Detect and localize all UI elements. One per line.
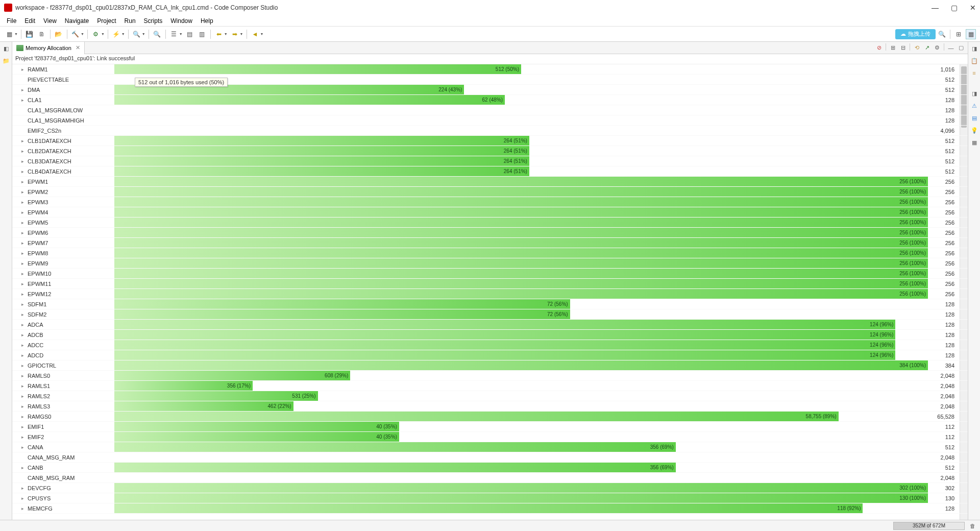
dropdown-icon[interactable]: ▼ — [81, 32, 84, 36]
menu-run[interactable]: Run — [121, 16, 139, 26]
memory-region-row[interactable]: ▸EPWM12256 (100%)256 — [12, 289, 968, 299]
expand-icon[interactable]: ▸ — [21, 496, 24, 501]
expand-icon[interactable]: ▸ — [21, 98, 24, 103]
memory-region-row[interactable]: ▸CLA162 (48%)128 — [12, 95, 968, 105]
project-explorer-shortcut-icon[interactable]: 📁 — [2, 56, 11, 65]
restore-view-icon[interactable]: ◨ — [970, 89, 979, 98]
toggle-block-button[interactable]: ▤ — [185, 29, 195, 39]
memory-region-row[interactable]: ▸EPWM6256 (100%)256 — [12, 228, 968, 238]
flash-button[interactable]: ⚡ — [111, 29, 121, 39]
dropdown-icon[interactable]: ▼ — [142, 32, 145, 36]
memory-region-row[interactable]: ▸ADCA124 (96%)128 — [12, 320, 968, 330]
expand-icon[interactable]: ▸ — [21, 179, 24, 184]
memory-region-row[interactable]: ▸EPWM8256 (100%)256 — [12, 248, 968, 258]
export-icon[interactable]: ↗ — [922, 43, 932, 53]
expand-icon[interactable]: ▸ — [21, 424, 24, 429]
debug-button[interactable]: ⚙ — [91, 29, 101, 39]
memory-region-row[interactable]: ▸CANA356 (69%)512 — [12, 442, 968, 452]
memory-region-row[interactable]: ▸RAMLS0608 (29%)2,048 — [12, 371, 968, 381]
expand-icon[interactable]: ▸ — [21, 230, 24, 235]
memory-region-row[interactable]: ▸ADCD124 (96%)128 — [12, 350, 968, 360]
save-button[interactable]: 💾 — [24, 29, 35, 39]
expand-icon[interactable]: ▸ — [21, 240, 24, 246]
memory-region-row[interactable]: ▸EMIF240 (35%)112 — [12, 432, 968, 442]
menu-file[interactable]: File — [3, 16, 20, 26]
dropdown-icon[interactable]: ▼ — [101, 32, 105, 36]
memory-region-row[interactable]: ▸EPWM4256 (100%)256 — [12, 207, 968, 218]
expand-icon[interactable]: ▸ — [21, 322, 24, 327]
memory-region-row[interactable]: ▸CLB1DATAEXCH264 (51%)512 — [12, 136, 968, 146]
collapse-all-icon[interactable]: ⊟ — [898, 43, 908, 53]
ccs-perspective-button[interactable]: ▦ — [966, 29, 976, 39]
memory-region-row[interactable]: ▸ADCC124 (96%)128 — [12, 340, 968, 350]
expand-icon[interactable]: ▸ — [21, 87, 24, 92]
expand-icon[interactable]: ▸ — [21, 292, 24, 297]
memory-region-row[interactable]: ▸RAMLS1356 (17%)2,048 — [12, 381, 968, 391]
close-tab-icon[interactable]: ✕ — [76, 44, 80, 51]
expand-icon[interactable]: ▸ — [21, 394, 24, 399]
menu-project[interactable]: Project — [93, 16, 119, 26]
memory-region-row[interactable]: CLA1_MSGRAMHIGH128 — [12, 115, 968, 126]
toggle-comment-button[interactable]: ☰ — [169, 29, 179, 39]
shortcut-icon[interactable]: ≡ — [970, 68, 979, 78]
maximize-button[interactable]: ▢ — [951, 4, 958, 12]
close-button[interactable]: ✕ — [970, 4, 976, 12]
tab-memory-allocation[interactable]: Memory Allocation ✕ — [12, 42, 85, 54]
memory-region-row[interactable]: ▸MEMCFG118 (92%)128 — [12, 503, 968, 514]
memory-region-row[interactable]: ▸CPUSYS130 (100%)130 — [12, 493, 968, 503]
expand-icon[interactable]: ▸ — [21, 261, 24, 266]
expand-icon[interactable]: ▸ — [21, 189, 24, 195]
expand-icon[interactable]: ▸ — [21, 506, 24, 511]
restore-view-icon[interactable]: ◧ — [2, 44, 11, 53]
expand-icon[interactable]: ▸ — [21, 373, 24, 378]
memory-region-row[interactable]: ▸RAMLS3462 (22%)2,048 — [12, 401, 968, 412]
save-all-button[interactable]: 🗎 — [37, 29, 47, 39]
console-shortcut-icon[interactable]: ▤ — [970, 113, 979, 123]
settings-icon[interactable]: ⚙ — [933, 43, 942, 53]
memory-region-row[interactable]: CANB_MSG_RAM2,048 — [12, 473, 968, 483]
memory-region-row[interactable]: ▸RAMGS058,755 (89%)65,528 — [12, 412, 968, 422]
expand-icon[interactable]: ▸ — [21, 220, 24, 225]
expand-icon[interactable]: ▸ — [21, 353, 24, 358]
restore-view-icon[interactable]: ◨ — [970, 44, 979, 53]
memory-region-row[interactable]: CLA1_MSGRAMLOW128 — [12, 105, 968, 115]
expand-icon[interactable]: ▸ — [21, 200, 24, 205]
expand-icon[interactable]: ▸ — [21, 67, 24, 72]
dropdown-icon[interactable]: ▼ — [260, 32, 264, 36]
find-button[interactable]: 🔍 — [152, 29, 162, 39]
gc-trash-icon[interactable]: 🗑 — [969, 522, 976, 529]
memory-region-row[interactable]: ▸EPWM10256 (100%)256 — [12, 269, 968, 279]
expand-icon[interactable]: ▸ — [21, 332, 24, 337]
shortcut-icon[interactable]: ▦ — [970, 138, 979, 147]
toggle-mark-button[interactable]: ▥ — [197, 29, 207, 39]
memory-region-row[interactable]: CANA_MSG_RAM2,048 — [12, 452, 968, 463]
expand-icon[interactable]: ▸ — [21, 343, 24, 348]
link-editor-icon[interactable]: ⊘ — [874, 43, 884, 53]
memory-region-row[interactable]: ▸RAMM1512 (50%)1,016 — [12, 64, 968, 75]
minimize-view-icon[interactable]: — — [946, 43, 955, 53]
dropdown-icon[interactable]: ▼ — [240, 32, 243, 36]
memory-region-row[interactable]: EMIF2_CS2n4,096 — [12, 126, 968, 136]
menu-window[interactable]: Window — [167, 16, 196, 26]
memory-region-row[interactable]: ▸DEVCFG302 (100%)302 — [12, 483, 968, 493]
maximize-view-icon[interactable]: ▢ — [957, 43, 966, 53]
memory-region-row[interactable]: ▸CLB3DATAEXCH264 (51%)512 — [12, 156, 968, 166]
menu-scripts[interactable]: Scripts — [140, 16, 166, 26]
new-button[interactable]: ▦ — [4, 29, 14, 39]
cloud-upload-button[interactable]: ☁ 拖拽上传 — [895, 29, 936, 39]
memory-region-row[interactable]: ▸CLB2DATAEXCH264 (51%)512 — [12, 146, 968, 156]
problems-shortcut-icon[interactable]: ⚠ — [970, 101, 979, 110]
memory-region-row[interactable]: ▸SDFM272 (56%)128 — [12, 309, 968, 320]
expand-all-icon[interactable]: ⊞ — [888, 43, 897, 53]
dropdown-icon[interactable]: ▼ — [224, 32, 228, 36]
nav-back-button[interactable]: ◄ — [250, 29, 260, 39]
memory-region-row[interactable]: ▸EPWM3256 (100%)256 — [12, 197, 968, 207]
expand-icon[interactable]: ▸ — [21, 435, 24, 440]
expand-icon[interactable]: ▸ — [21, 414, 24, 419]
heap-status[interactable]: 352M of 672M — [893, 522, 965, 530]
menu-view[interactable]: View — [40, 16, 60, 26]
memory-region-row[interactable]: ▸EPWM2256 (100%)256 — [12, 187, 968, 197]
memory-region-row[interactable]: ▸CLB4DATAEXCH264 (51%)512 — [12, 166, 968, 177]
menu-help[interactable]: Help — [197, 16, 217, 26]
open-perspective-button[interactable]: ⊞ — [953, 29, 964, 39]
